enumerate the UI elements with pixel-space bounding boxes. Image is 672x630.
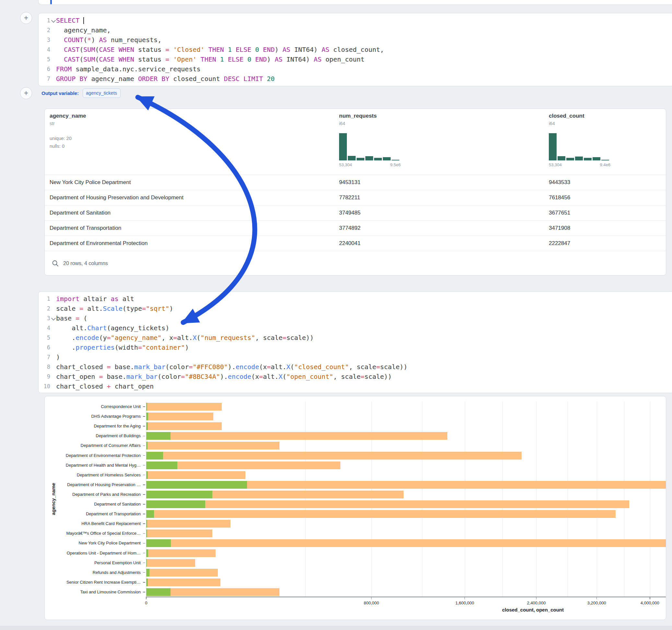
code-text: .properties(width="container")	[56, 343, 189, 352]
y-axis-label: Department of Health and Mental Hyg…	[57, 463, 141, 468]
y-axis-tick	[143, 563, 145, 563]
python-code-editor[interactable]: 1import altair as alt2scale = alt.Scale(…	[39, 294, 672, 391]
column-header-agency-name[interactable]: agency_name str unique: 20 nulls: 0	[50, 113, 86, 150]
fold-spacer	[50, 74, 56, 83]
search-icon[interactable]	[52, 260, 59, 267]
code-text: alt.Chart(agency_tickets)	[56, 323, 169, 333]
next-cell-edge	[0, 626, 672, 630]
code-line: 4 alt.Chart(agency_tickets)	[39, 323, 672, 333]
column-header-num-requests[interactable]: num_requests i64 53,304 9.5e6	[339, 113, 401, 167]
histogram-min: 53,304	[549, 162, 562, 167]
y-axis-tick	[143, 455, 145, 456]
code-line: 7GROUP BY agency_name ORDER BY closed_co…	[39, 74, 672, 83]
line-number: 3	[39, 35, 50, 45]
y-axis-tick	[143, 553, 145, 554]
code-text: import altair as alt	[56, 294, 134, 304]
table-cell: New York City Police Department	[50, 179, 339, 186]
bar-open	[146, 588, 170, 596]
y-axis-tick	[143, 416, 145, 417]
output-variable-pill[interactable]: agency_tickets	[83, 89, 121, 98]
gridline	[568, 402, 568, 597]
fold-chevron-icon[interactable]	[50, 16, 56, 25]
table-cell: 9443533	[549, 179, 666, 186]
python-cell[interactable]: 1import altair as alt2scale = alt.Scale(…	[38, 291, 672, 393]
y-axis-label: Taxi and Limousine Commission	[57, 589, 141, 595]
x-axis-tick	[464, 597, 465, 599]
y-axis-tick	[143, 504, 145, 505]
sql-code-editor[interactable]: 1SELECT 2 agency_name,3 COUNT(*) AS num_…	[39, 16, 672, 83]
bar-closed	[146, 559, 195, 567]
bar-closed	[146, 500, 629, 508]
code-line: 4 CAST(SUM(CASE WHEN status = 'Closed' T…	[39, 45, 672, 54]
code-line: 6 .properties(width="container")	[39, 343, 672, 352]
sql-cell[interactable]: 1SELECT 2 agency_name,3 COUNT(*) AS num_…	[38, 13, 672, 86]
histogram-range-labels: 53,304 9.5e6	[339, 162, 401, 167]
code-line: 8chart_closed = base.mark_bar(color="#FF…	[39, 362, 672, 372]
table-cell: Department of Transportation	[50, 225, 339, 232]
add-cell-button[interactable]: +	[20, 87, 32, 99]
bar-open	[146, 452, 163, 460]
table-row: Department of Housing Preservation and D…	[45, 190, 666, 205]
column-name: closed_count	[549, 113, 610, 119]
output-variable-label: Output variable:	[42, 91, 79, 96]
column-dtype: i64	[339, 121, 401, 126]
bar-open	[146, 500, 205, 508]
histogram-bar	[391, 160, 399, 161]
y-axis-tick	[143, 582, 145, 583]
code-line: 10chart_closed + chart_open	[39, 382, 672, 391]
table-cell: 3471908	[549, 225, 666, 232]
table-cell: 2222847	[549, 240, 666, 247]
bar-open	[146, 442, 147, 450]
code-line: 7)	[39, 352, 672, 362]
x-axis-tick	[146, 597, 146, 599]
histogram-bar	[593, 157, 600, 161]
histogram-bar	[575, 156, 583, 161]
code-line: 5 .encode(y="agency_name", x=alt.X("num_…	[39, 333, 672, 343]
code-line: 6FROM sample_data.nyc.service_requests	[39, 64, 672, 74]
histogram-bar	[383, 157, 391, 161]
code-text: chart_closed = base.mark_bar(color="#FFC…	[56, 362, 407, 372]
fold-spacer	[50, 25, 56, 35]
bar-closed	[146, 422, 222, 430]
fold-chevron-icon[interactable]	[50, 313, 56, 323]
bar-open	[146, 510, 154, 518]
y-axis-label: Department of Homeless Services	[57, 472, 141, 478]
table-cell: 2240041	[339, 240, 549, 247]
table-row: Department of Sanitation37494853677651	[45, 205, 666, 220]
histogram-bar	[549, 133, 557, 161]
fold-spacer	[50, 382, 56, 391]
code-text: .encode(y="agency_name", x=alt.X("num_re…	[56, 333, 314, 343]
line-number: 3	[39, 313, 50, 323]
histogram-bar	[365, 156, 373, 161]
line-number: 10	[39, 382, 50, 391]
histogram-bar	[348, 156, 356, 161]
x-axis-line	[146, 597, 666, 597]
x-tick-label: 0	[128, 601, 164, 605]
y-axis-label: Department for the Aging	[57, 423, 141, 429]
histogram-bar	[357, 158, 364, 161]
add-cell-button[interactable]: +	[20, 12, 32, 24]
code-line: 2 agency_name,	[39, 25, 672, 35]
x-tick-label: 2,400,000	[518, 601, 554, 605]
bar-open	[146, 403, 147, 411]
y-axis-tick	[143, 494, 145, 495]
bar-open	[146, 432, 171, 440]
code-line: 1import altair as alt	[39, 294, 672, 304]
x-tick-label: 3,200,000	[579, 601, 615, 605]
histogram-max: 9.4e6	[600, 162, 610, 167]
y-axis-label: HRA Benefit Card Replacement	[57, 521, 141, 526]
bar-open	[146, 413, 148, 420]
line-number: 4	[39, 45, 50, 54]
bar-open	[146, 471, 148, 479]
code-text: CAST(SUM(CASE WHEN status = 'Open' THEN …	[56, 54, 364, 64]
y-axis-tick	[143, 484, 145, 485]
bar-closed	[146, 569, 218, 577]
y-axis-tick	[143, 406, 145, 407]
y-axis-label: New York City Police Department	[57, 540, 141, 546]
histogram-min: 53,304	[339, 162, 352, 167]
line-number: 5	[39, 54, 50, 64]
column-dtype: str	[50, 121, 86, 126]
y-axis-label: Department of Sanitation	[57, 502, 141, 507]
table-footer: 20 rows, 4 columns	[45, 251, 666, 275]
column-header-closed-count[interactable]: closed_count i64 53,304 9.4e6	[549, 113, 610, 167]
